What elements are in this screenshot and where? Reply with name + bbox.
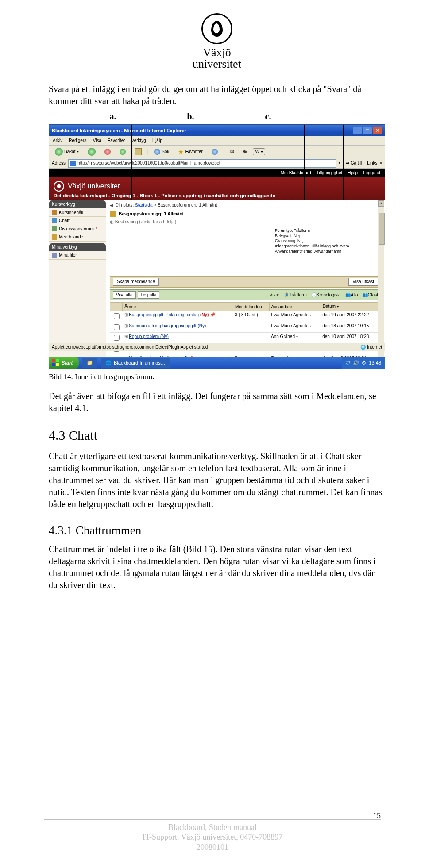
sender: Ewa-Marie Aghede ▾: [269, 311, 321, 322]
topnav-link[interactable]: Tillgänglighet: [317, 170, 343, 176]
subsection-heading-4-3-1: 4.3.1 Chattrummen: [49, 522, 385, 538]
history-icon[interactable]: [209, 147, 221, 156]
sender: Ewa-Marie Aghede ▾: [269, 322, 321, 333]
scroll-up-icon[interactable]: ▲: [378, 200, 384, 207]
expand-icon[interactable]: ⊞: [124, 323, 128, 328]
address-bar: Adress http://lms.vxu.se/webct/urw/lc200…: [49, 158, 385, 169]
abc-labels: a. b. c.: [49, 111, 385, 123]
col-sender[interactable]: Avsändare: [269, 303, 321, 311]
folder-icon: [52, 210, 57, 215]
breadcrumb: ◀ Din plats: Startsida > Basgruppsforum …: [106, 200, 385, 210]
toolbar: Bakåt▾ | Sök ★Favoriter | ✉ 🖶 W ▾: [49, 146, 385, 158]
favorites-button[interactable]: ★Favoriter: [175, 146, 205, 157]
forward-button[interactable]: [85, 146, 99, 157]
go-button[interactable]: ➡ Gå till: [343, 160, 364, 166]
tray-icon[interactable]: ⚙: [362, 360, 366, 366]
scrollbar[interactable]: ▲ ▼: [378, 200, 384, 364]
label-a: a.: [109, 111, 116, 123]
forum-description-toggle[interactable]: ◐ Beskrivning (klicka för att dölja): [106, 218, 385, 226]
address-field[interactable]: http://lms.vxu.se/webct/urw/lc2009116001…: [68, 159, 336, 168]
date: den 18 april 2007 10:15: [321, 322, 381, 333]
back-button[interactable]: Bakåt▾: [52, 146, 82, 157]
view-chrono-button[interactable]: 🕔Kronologiskt: [311, 292, 341, 298]
address-label: Adress: [52, 160, 66, 166]
menu-item[interactable]: Verktyg: [131, 138, 146, 144]
forum-meta: Forumtyp: Trådform Betygsatt: Nej Gransk…: [275, 228, 381, 254]
print-icon[interactable]: 🖶: [240, 147, 250, 156]
topnav-link[interactable]: Logga ut: [363, 170, 380, 176]
minimize-icon[interactable]: _: [353, 127, 362, 134]
date: den 19 april 2007 22:22: [321, 311, 381, 322]
home-button[interactable]: [131, 147, 145, 157]
tray-icon[interactable]: 🛡: [345, 360, 350, 366]
topnav-link[interactable]: Hjälp: [348, 170, 358, 176]
sidebar-item[interactable]: Mina filer: [49, 251, 106, 260]
stop-button[interactable]: [101, 147, 114, 156]
breadcrumb-link[interactable]: Startsida: [135, 203, 152, 207]
sender: Ann Gråhed ▾: [269, 333, 321, 344]
date: den 10 april 2007 18:28: [321, 333, 381, 344]
blackboard-topnav: Min Blackboard Tillgänglighet Hjälp Logg…: [49, 169, 385, 177]
address-url: http://lms.vxu.se/webct/urw/lc2009116001…: [77, 160, 220, 166]
msg-count: [233, 333, 269, 344]
filter-unread-button[interactable]: 👥Oläst: [363, 292, 378, 298]
thread-link[interactable]: Basgruppsuppgift - Inlärning förslag: [129, 312, 199, 317]
search-button[interactable]: Sök: [151, 147, 172, 156]
thread-table: Ämne Meddelanden Avsändare Datum ▾ ⊞ Bas…: [110, 302, 381, 364]
col-date[interactable]: Datum ▾: [321, 303, 381, 311]
refresh-button[interactable]: [116, 147, 129, 156]
logo-block: Växjö universitet: [49, 13, 385, 70]
taskbar-task[interactable]: 📁: [82, 358, 97, 368]
word-icon[interactable]: W ▾: [253, 148, 265, 155]
thread-link[interactable]: Sammanfattning basgruppsuppgift (Ny): [129, 323, 206, 328]
expand-icon[interactable]: ⊞: [124, 312, 128, 317]
col-subject[interactable]: Ämne: [123, 303, 233, 311]
row-checkbox[interactable]: [114, 324, 120, 330]
menu-item[interactable]: Favoriter: [108, 138, 125, 144]
taskbar: Start 📁 🌐Blackboard Inlärnings… 🛡 🔊 ⚙ 13…: [49, 357, 385, 369]
paragraph: Det går även att bifoga en fil i ett inl…: [49, 390, 385, 414]
section-heading-4-3: 4.3 Chatt: [49, 426, 385, 445]
row-checkbox[interactable]: [114, 313, 120, 319]
close-icon[interactable]: ×: [373, 127, 382, 134]
menu-item[interactable]: Hjälp: [152, 138, 162, 144]
show-all-button[interactable]: Visa alla: [113, 291, 136, 299]
taskbar-task[interactable]: 🌐Blackboard Inlärnings…: [101, 358, 170, 368]
menu-item[interactable]: Visa: [93, 138, 101, 144]
thread-link[interactable]: Popup problem (Ny): [129, 334, 168, 339]
start-button[interactable]: Start: [49, 357, 79, 369]
status-text: Applet.com.webct.platform.tools.dragndro…: [52, 344, 208, 350]
view-thread-button[interactable]: 🧵Trådform: [284, 292, 307, 298]
row-checkbox[interactable]: [114, 335, 120, 341]
show-drafts-button[interactable]: Visa utkast: [348, 278, 378, 286]
tray-icon[interactable]: 🔊: [353, 360, 359, 366]
menu-item[interactable]: Redigera: [69, 138, 87, 144]
links-label[interactable]: Links: [367, 160, 377, 166]
hide-all-button[interactable]: Dölj alla: [138, 291, 160, 299]
paragraph: Chatt är ytterligare ett textbaserat kom…: [49, 450, 385, 510]
breadcrumb-current: Basgruppsforum grp 1 Allmänt: [158, 203, 217, 207]
col-messages[interactable]: Meddelanden: [233, 303, 269, 311]
pin-icon: 📌: [210, 312, 215, 317]
message-icon: [52, 234, 57, 240]
label-c: c.: [265, 111, 271, 123]
sidebar-heading: Kursverktyg: [49, 200, 106, 208]
page-footer: Blackboard, Studentmanual IT-Support, Vä…: [0, 819, 425, 853]
files-icon: [52, 253, 57, 258]
create-message-button[interactable]: Skapa meddelande: [113, 278, 159, 286]
filter-all-button[interactable]: 👥Alla: [345, 292, 358, 298]
sidebar-item[interactable]: Meddelande: [49, 233, 106, 242]
system-tray[interactable]: 🛡 🔊 ⚙ 13:48: [342, 357, 385, 369]
maximize-icon[interactable]: □: [363, 127, 372, 134]
expand-icon[interactable]: ⊞: [124, 334, 128, 339]
table-row: ⊞ Basgruppsuppgift - Inlärning förslag (…: [110, 311, 381, 322]
sidebar-item[interactable]: Chatt: [49, 217, 106, 225]
scroll-thumb[interactable]: [379, 213, 385, 245]
window-title: Blackboard Inlärningssystem - Microsoft …: [52, 127, 186, 134]
mail-icon[interactable]: ✉: [227, 147, 237, 156]
menu-item[interactable]: Arkiv: [53, 138, 62, 144]
topnav-link[interactable]: Min Blackboard: [281, 170, 311, 176]
sidebar-item[interactable]: Diskussionsforum*: [49, 225, 106, 234]
sidebar: Kursverktyg Kursinnehåll Chatt Diskussio…: [49, 200, 106, 364]
sidebar-item[interactable]: Kursinnehåll: [49, 209, 106, 217]
